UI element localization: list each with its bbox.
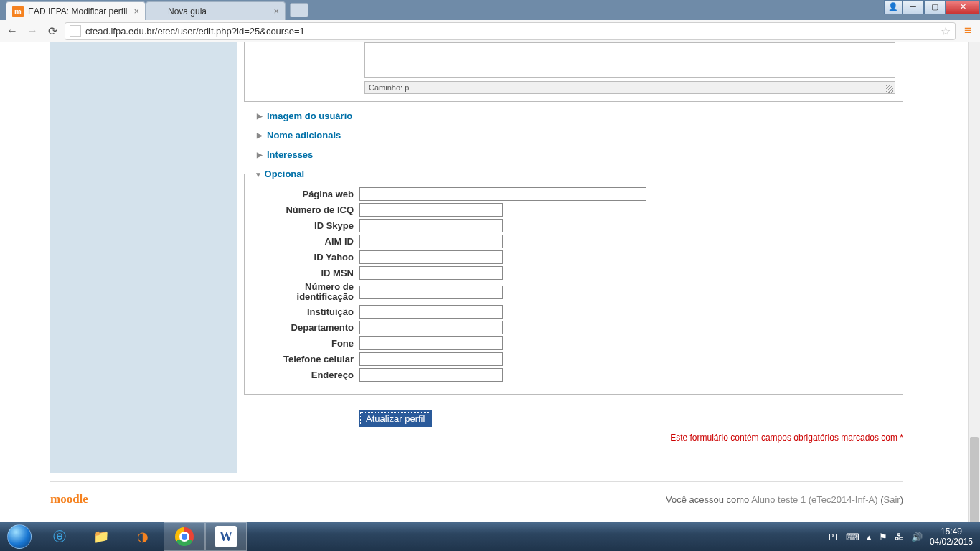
tab-title: EAD IFPA: Modificar perfil xyxy=(28,6,127,17)
label-idnumber: Número de identificação xyxy=(252,282,359,303)
description-editor[interactable] xyxy=(364,42,895,78)
system-tray: PT ⌨ ▴ ⚑ 🖧 🔊 15:49 04/02/2015 xyxy=(829,527,980,547)
moodle-logo: moodle xyxy=(50,492,88,507)
browser-tab-inactive[interactable]: Nova guia × xyxy=(146,1,286,20)
label-icq: Número de ICQ xyxy=(252,204,359,215)
label-phone: Fone xyxy=(252,338,359,349)
section-toggle-optional[interactable]: ▼ Opcional xyxy=(252,169,307,179)
word-icon: W xyxy=(215,526,237,547)
input-aim[interactable] xyxy=(359,235,503,248)
windows-taskbar: ⓔ 📁 ◑ W PT ⌨ ▴ ⚑ 🖧 🔊 15:49 04/02/2015 xyxy=(0,522,980,551)
logout-link[interactable]: Sair xyxy=(884,494,900,505)
blank-favicon xyxy=(152,6,164,17)
taskbar-chrome[interactable] xyxy=(164,522,205,551)
logged-in-text: Você acessou como xyxy=(666,494,751,505)
input-msn[interactable] xyxy=(359,266,503,280)
flag-icon[interactable]: ⚑ xyxy=(879,532,887,542)
moodle-favicon: m xyxy=(12,6,24,17)
chevron-right-icon: ▶ xyxy=(257,131,263,139)
label-department: Departamento xyxy=(252,322,359,333)
input-address[interactable] xyxy=(359,368,503,382)
minimize-button[interactable]: ─ xyxy=(903,0,924,14)
vertical-scrollbar[interactable] xyxy=(968,42,980,522)
input-icq[interactable] xyxy=(359,203,503,217)
tray-clock[interactable]: 15:49 04/02/2015 xyxy=(930,527,973,547)
input-webpage[interactable] xyxy=(359,187,646,201)
page-icon xyxy=(70,25,81,37)
taskbar-explorer[interactable]: 📁 xyxy=(80,522,122,551)
resize-handle-icon[interactable] xyxy=(886,85,893,93)
ie-icon: ⓔ xyxy=(49,526,70,547)
chrome-menu-button[interactable]: ≡ xyxy=(960,23,976,39)
volume-icon[interactable]: 🔊 xyxy=(911,532,923,542)
label-institution: Instituição xyxy=(252,306,359,317)
section-toggle-interests[interactable]: ▶ Interesses xyxy=(257,149,903,160)
scrollbar-thumb[interactable] xyxy=(970,437,979,522)
url-text: ctead.ifpa.edu.br/etec/user/edit.php?id=… xyxy=(85,26,305,37)
window-controls: 👤 ─ ▢ ✕ xyxy=(884,0,980,14)
forward-button[interactable]: → xyxy=(24,23,40,39)
close-button[interactable]: ✕ xyxy=(946,0,980,14)
section-toggle-additional-names[interactable]: ▶ Nome adicionais xyxy=(257,130,903,141)
maximize-button[interactable]: ▢ xyxy=(924,0,946,14)
input-phone[interactable] xyxy=(359,336,503,350)
label-mobile: Telefone celular xyxy=(252,354,359,364)
browser-tab-strip: m EAD IFPA: Modificar perfil × Nova guia… xyxy=(0,0,980,20)
new-tab-button[interactable] xyxy=(290,3,308,17)
close-icon[interactable]: × xyxy=(273,6,279,17)
reload-button[interactable]: ⟳ xyxy=(44,23,60,39)
windows-orb-icon xyxy=(7,524,32,549)
label-yahoo: ID Yahoo xyxy=(252,252,359,263)
taskbar-ie[interactable]: ⓔ xyxy=(39,522,80,551)
chrome-icon xyxy=(174,526,195,547)
tab-title: Nova guia xyxy=(168,6,207,17)
label-skype: ID Skype xyxy=(252,220,359,231)
taskbar-word[interactable]: W xyxy=(205,522,247,551)
input-department[interactable] xyxy=(359,321,503,334)
bookmark-star-icon[interactable]: ☆ xyxy=(941,24,951,38)
sidebar-region xyxy=(50,42,237,473)
tray-language[interactable]: PT xyxy=(829,532,839,541)
section-toggle-user-image[interactable]: ▶ Imagem do usuário xyxy=(257,110,903,121)
editor-path-bar: Caminho: p xyxy=(364,81,895,94)
input-mobile[interactable] xyxy=(359,352,503,366)
update-profile-button[interactable]: Atualizar perfil xyxy=(359,410,432,427)
label-aim: AIM ID xyxy=(252,236,359,247)
label-address: Endereço xyxy=(252,369,359,380)
close-icon[interactable]: × xyxy=(133,6,139,17)
taskbar-media-player[interactable]: ◑ xyxy=(122,522,164,551)
network-icon[interactable]: 🖧 xyxy=(895,532,904,542)
media-player-icon: ◑ xyxy=(132,526,154,547)
user-icon[interactable]: 👤 xyxy=(884,0,903,14)
label-msn: ID MSN xyxy=(252,268,359,278)
page-footer: moodle Você acessou como Aluno teste 1 (… xyxy=(50,481,903,507)
folder-icon: 📁 xyxy=(90,526,112,547)
input-skype[interactable] xyxy=(359,219,503,232)
label-webpage: Página web xyxy=(252,189,359,199)
chevron-right-icon: ▶ xyxy=(257,151,263,159)
chevron-down-icon: ▼ xyxy=(255,171,262,179)
browser-tab-active[interactable]: m EAD IFPA: Modificar perfil × xyxy=(6,1,146,20)
keyboard-icon[interactable]: ⌨ xyxy=(846,532,859,542)
input-institution[interactable] xyxy=(359,305,503,319)
fieldset-optional: ▼ Opcional Página web Número de ICQ ID S… xyxy=(244,169,903,395)
user-link[interactable]: Aluno teste 1 (eTec2014-Inf-A) xyxy=(751,494,877,505)
start-button[interactable] xyxy=(0,522,39,551)
address-bar[interactable]: ctead.ifpa.edu.br/etec/user/edit.php?id=… xyxy=(65,22,956,40)
input-idnumber[interactable] xyxy=(359,286,503,299)
page-viewport: Caminho: p ▶ Imagem do usuário ▶ Nome ad… xyxy=(0,42,980,522)
chevron-right-icon: ▶ xyxy=(257,112,263,120)
browser-toolbar: ← → ⟳ ctead.ifpa.edu.br/etec/user/edit.p… xyxy=(0,20,980,42)
main-content: Caminho: p ▶ Imagem do usuário ▶ Nome ad… xyxy=(244,42,903,443)
back-button[interactable]: ← xyxy=(4,23,20,39)
input-yahoo[interactable] xyxy=(359,250,503,264)
required-fields-note: Este formulário contém campos obrigatóri… xyxy=(244,433,903,443)
show-hidden-icon[interactable]: ▴ xyxy=(867,532,872,542)
